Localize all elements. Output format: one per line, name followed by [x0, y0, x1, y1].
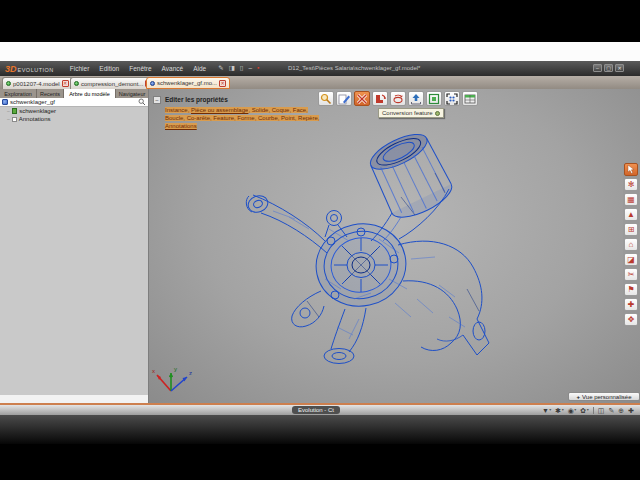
convert-loop-icon — [392, 93, 404, 105]
window-top-strip — [0, 42, 640, 61]
world-icon[interactable]: ⊕ — [618, 407, 624, 414]
tab-label: schwenklager_gf.mo... — [157, 80, 217, 86]
filter-text: , Solide, Coque, Face, — [248, 107, 307, 113]
frame-view-button[interactable] — [426, 91, 442, 106]
magnifier-key-icon — [320, 93, 332, 105]
tool-cross-button[interactable]: ✚ — [624, 298, 638, 311]
image-icon: ▦ — [627, 196, 635, 204]
select-cursor-button[interactable] — [624, 163, 638, 176]
measure-icon[interactable]: ✎ — [608, 407, 614, 414]
menu-fenetre[interactable]: Fenêtre — [129, 65, 151, 72]
import-geometry-button[interactable] — [408, 91, 424, 106]
menu-avance[interactable]: Avancé — [162, 65, 184, 72]
filter-link-piece-ou-assemblage[interactable]: Pièce ou assemblage — [191, 107, 248, 113]
snap-icon[interactable]: ✱▾ — [555, 407, 563, 414]
pencil-page-icon — [338, 93, 350, 105]
entity-filter-list: Instance, Pièce ou assemblage, Solide, C… — [165, 106, 335, 130]
close-tab-icon[interactable]: ✕ — [219, 80, 226, 87]
model-icon — [2, 99, 8, 105]
panel-resize-strip[interactable] — [0, 395, 148, 403]
battery-icon[interactable]: ▯ — [240, 65, 244, 72]
reconvert-button[interactable] — [390, 91, 406, 106]
tooltip-text: Conversion feature — [382, 110, 433, 116]
close-button[interactable]: ✕ — [615, 64, 624, 72]
statusbar-mode-label: Evolution - Ct — [292, 406, 340, 414]
tab-navigateur[interactable]: Navigateur — [116, 89, 148, 98]
menu-edition[interactable]: Edition — [99, 65, 119, 72]
tree-item-annotations[interactable]: ‒ Annotations — [0, 115, 148, 123]
titlebar-quick-icons: ✎ ◨ ▯ ‒ ▪ — [218, 65, 259, 72]
statusbar: Evolution - Ct ▼▾ ✱▾ ◉▾ ✿▾ ◫ ✎ ⊕ ✚ — [0, 405, 640, 415]
mesh-pyramid-button[interactable]: ▲ — [624, 208, 638, 221]
pencil-icon[interactable]: ✎ — [218, 65, 223, 72]
model-wireframe — [149, 89, 640, 403]
tab-label: compression_demont... — [81, 81, 143, 87]
palette-icon[interactable]: ◨ — [229, 65, 235, 72]
surface-patch-button[interactable]: ◪ — [624, 253, 638, 266]
axis-z-label: z — [189, 370, 192, 376]
logo-evolution-text: EVOLUTION — [18, 67, 54, 73]
scissors-icon: ✂ — [628, 271, 635, 279]
menu-fichier[interactable]: Fichier — [70, 65, 90, 72]
tab-exploration[interactable]: Exploration — [0, 89, 37, 98]
transform-arrows-icon: ✥ — [628, 316, 635, 324]
maximize-button[interactable]: ▢ — [604, 64, 613, 72]
section-cut-button[interactable]: ✂ — [624, 268, 638, 281]
beacon-button[interactable]: ⌂ — [624, 238, 638, 251]
logo-3d-text: 3D — [5, 64, 17, 74]
custom-view-button[interactable]: + Vue personnalisée — [568, 392, 640, 401]
tab-arbre-du-modele[interactable]: Arbre du modèle — [64, 89, 116, 98]
filter-icon[interactable]: ▼▾ — [542, 407, 551, 414]
menu-aide[interactable]: Aide — [193, 65, 206, 72]
axis-y-label: y — [174, 366, 177, 372]
gear-icon: ✻ — [628, 181, 635, 189]
minimize-button[interactable]: ‒ — [593, 64, 602, 72]
collapse-properties-button[interactable]: − — [153, 96, 161, 104]
bounding-box-icon[interactable]: ◫ — [598, 407, 605, 414]
tree-item-schwenklager[interactable]: ‒ schwenklager — [0, 107, 148, 115]
repair-tools-button[interactable] — [354, 91, 370, 106]
tab-schwenklager-active[interactable]: schwenklager_gf.mo... ✕ — [146, 77, 230, 89]
render-image-button[interactable]: ▦ — [624, 193, 638, 206]
edit-properties-button[interactable] — [336, 91, 352, 106]
titlebar: 3D EVOLUTION Fichier Edition Fenêtre Ava… — [0, 61, 640, 76]
display-mode-icon[interactable]: ◉▾ — [568, 407, 577, 414]
feature-table-button[interactable] — [462, 91, 478, 106]
green-frame-icon — [428, 93, 440, 105]
tab-p001207[interactable]: p001207-4.model ✕ — [2, 77, 73, 89]
beacon-icon: ⌂ — [629, 241, 634, 249]
filter-link-annotations[interactable]: Annotations — [165, 123, 197, 129]
tab-compression-demont[interactable]: compression_demont... ✕ — [70, 77, 156, 89]
document-path: D12_Test\Pièces Salaria\schwenklager_gf.… — [288, 65, 420, 71]
menubar: Fichier Edition Fenêtre Avancé Aide — [70, 65, 206, 72]
tree-branch: ‒ — [7, 109, 10, 114]
search-tool-button[interactable] — [318, 91, 334, 106]
properties-title: Editer les propriétés — [165, 96, 228, 103]
tree-root-row[interactable]: schwenklager_gf — [0, 98, 148, 107]
red-cross-tools-icon — [356, 93, 368, 105]
move-icon[interactable]: ✚ — [628, 407, 634, 414]
box-add-button[interactable]: ⊞ — [624, 223, 638, 236]
annotations-checkbox[interactable] — [12, 117, 17, 122]
dash-icon[interactable]: ‒ — [248, 65, 252, 72]
box-plus-icon: ⊞ — [628, 226, 635, 234]
statusbar-separator — [593, 407, 594, 414]
search-icon[interactable] — [138, 98, 146, 106]
custom-view-label: Vue personnalisée — [582, 394, 631, 400]
tooltip-conversion-feature: Conversion feature — [378, 108, 444, 118]
tree-item-label: schwenklager — [19, 108, 56, 114]
record-icon[interactable]: ▪ — [257, 65, 259, 72]
settings-gear-button[interactable]: ✻ — [624, 178, 638, 191]
conversion-feature-button[interactable] — [372, 91, 388, 106]
view-options-icon[interactable]: ✿▾ — [580, 407, 588, 414]
probe-button[interactable]: ⚑ — [624, 283, 638, 296]
close-tab-icon[interactable]: ✕ — [62, 80, 69, 87]
loaded-status-icon — [74, 81, 79, 86]
3d-viewport[interactable]: Conversion feature − Editer les propriét… — [148, 89, 640, 403]
transform-button[interactable]: ✥ — [624, 313, 638, 326]
cursor-arrow-icon — [627, 165, 635, 174]
part-cube-icon — [12, 108, 18, 114]
loaded-status-icon — [6, 81, 11, 86]
fit-selection-button[interactable] — [444, 91, 460, 106]
tab-recents[interactable]: Recents — [37, 89, 64, 98]
